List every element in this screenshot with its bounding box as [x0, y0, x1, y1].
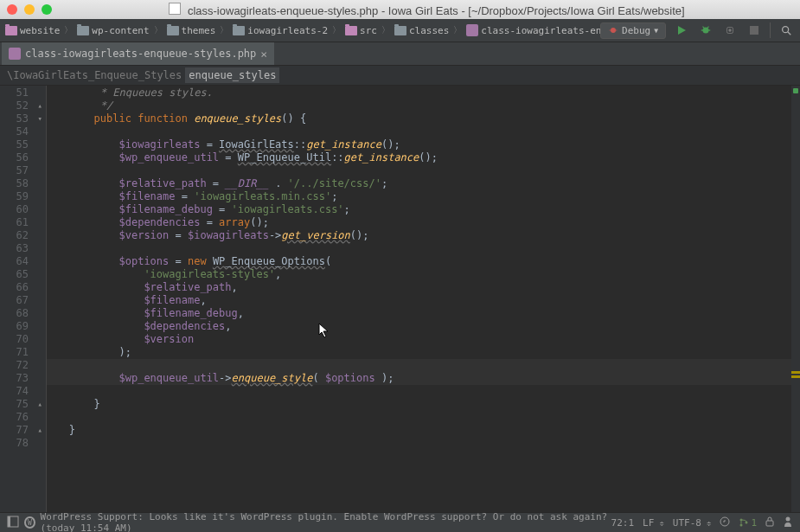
line-number[interactable]: 51	[0, 87, 46, 99]
fold-collapse-icon[interactable]: ▴	[38, 398, 42, 411]
line-number[interactable]: 67	[0, 294, 46, 307]
file-encoding[interactable]: UTF-8 ≑	[673, 517, 712, 529]
line-number[interactable]: 78	[0, 437, 46, 450]
run-config-selector[interactable]: Debug ▼	[600, 22, 666, 39]
line-number[interactable]: 72	[0, 359, 46, 372]
status-message[interactable]: WordPress Support: Looks like it's WordP…	[41, 511, 611, 532]
code-line[interactable]	[47, 125, 800, 138]
code-line[interactable]: * Enqueues styles.	[47, 87, 800, 99]
line-number[interactable]: 54	[0, 125, 46, 138]
code-line[interactable]: $filename_debug = 'iowagirleats.css';	[47, 203, 800, 216]
chevron-right-icon: 〉	[381, 24, 390, 36]
class-breadcrumb[interactable]: \IowaGirlEats_Enqueue_Styles	[3, 67, 185, 83]
breadcrumb-item[interactable]: website	[5, 25, 60, 36]
code-line[interactable]: $wp_enqueue_util->enqueue_style( $option…	[47, 372, 800, 385]
code-line[interactable]: $filename,	[47, 294, 800, 307]
code-line[interactable]	[47, 385, 800, 398]
code-line[interactable]	[47, 437, 800, 450]
listen-debug-button[interactable]	[721, 22, 739, 39]
debug-button[interactable]	[697, 22, 714, 39]
line-number[interactable]: 60	[0, 203, 46, 216]
warning-marker[interactable]	[791, 375, 800, 378]
code-line[interactable]: public function enqueue_styles() {	[47, 112, 800, 125]
breadcrumb-item[interactable]: src	[345, 25, 377, 36]
code-area[interactable]: * Enqueues styles. */ public function en…	[47, 86, 800, 512]
method-breadcrumb[interactable]: enqueue_styles	[185, 67, 279, 83]
code-line[interactable]: */	[47, 99, 800, 112]
code-editor[interactable]: 5152▴53▾54555657585960616263646566676869…	[0, 86, 800, 512]
close-tab-button[interactable]: ×	[260, 48, 267, 61]
folder-icon	[77, 26, 89, 35]
line-number[interactable]: 73	[0, 372, 46, 385]
code-line[interactable]	[47, 164, 800, 177]
close-window-button[interactable]	[7, 4, 17, 15]
breadcrumb-item[interactable]: iowagirleats-2	[233, 25, 328, 36]
line-number[interactable]: 66	[0, 281, 46, 294]
code-line[interactable]: $wp_enqueue_util = WP_Enqueue_Util::get_…	[47, 151, 800, 164]
line-number[interactable]: 56	[0, 151, 46, 164]
code-line[interactable]: $relative_path = __DIR__ . '/../site/css…	[47, 177, 800, 190]
line-number[interactable]: 61	[0, 216, 46, 229]
code-line[interactable]	[47, 242, 800, 255]
code-line[interactable]: $filename_debug,	[47, 307, 800, 320]
line-number[interactable]: 58	[0, 177, 46, 190]
line-number[interactable]: 71	[0, 346, 46, 359]
code-line[interactable]: $version = $iowagirleats->get_version();	[47, 229, 800, 242]
line-number[interactable]: 55	[0, 138, 46, 151]
memory-person-icon[interactable]	[783, 516, 793, 530]
line-number[interactable]: 53▾	[0, 112, 46, 125]
line-number[interactable]: 75▴	[0, 398, 46, 411]
line-number[interactable]: 63	[0, 242, 46, 255]
code-line[interactable]: }	[47, 424, 800, 437]
zoom-window-button[interactable]	[42, 4, 52, 15]
context-icon[interactable]	[720, 516, 730, 529]
breadcrumb-label: classes	[409, 25, 449, 36]
line-number[interactable]: 74	[0, 385, 46, 398]
line-number[interactable]: 77▴	[0, 424, 46, 437]
code-line[interactable]: $filename = 'iowagirleats.min.css';	[47, 190, 800, 203]
breadcrumb-item[interactable]: class-iowagirleats-enqueue-styles.php	[466, 24, 600, 36]
code-line[interactable]: );	[47, 346, 800, 359]
breadcrumb-item[interactable]: classes	[394, 25, 449, 36]
code-line[interactable]: }	[47, 398, 800, 411]
caret-position[interactable]: 72:1	[611, 517, 635, 529]
line-separator[interactable]: LF ≑	[643, 517, 664, 529]
svg-point-11	[783, 27, 789, 33]
code-line[interactable]: 'iowagirleats-styles',	[47, 268, 800, 281]
fold-collapse-icon[interactable]: ▴	[38, 424, 42, 437]
error-stripe[interactable]	[791, 86, 800, 512]
line-number[interactable]: 68	[0, 307, 46, 320]
line-number[interactable]: 69	[0, 320, 46, 333]
line-number[interactable]: 70	[0, 333, 46, 346]
breadcrumb-item[interactable]: wp-content	[77, 25, 149, 36]
line-number[interactable]: 52▴	[0, 99, 46, 112]
warning-marker[interactable]	[791, 371, 800, 374]
code-line[interactable]	[47, 411, 800, 424]
line-number[interactable]: 64	[0, 255, 46, 268]
code-line[interactable]: $relative_path,	[47, 281, 800, 294]
code-line[interactable]: $version	[47, 333, 800, 346]
line-number-gutter[interactable]: 5152▴53▾54555657585960616263646566676869…	[0, 86, 47, 512]
code-line[interactable]: $dependencies,	[47, 320, 800, 333]
line-number[interactable]: 76	[0, 411, 46, 424]
inspection-status-icon[interactable]	[793, 88, 798, 93]
line-number[interactable]: 57	[0, 164, 46, 177]
fold-collapse-icon[interactable]: ▴	[38, 99, 42, 112]
run-button[interactable]	[673, 22, 690, 39]
line-number[interactable]: 59	[0, 190, 46, 203]
code-line[interactable]	[47, 359, 800, 372]
chevron-down-icon: ▼	[654, 27, 658, 35]
editor-tab[interactable]: class-iowagirleats-enqueue-styles.php ×	[2, 42, 275, 65]
search-button[interactable]	[778, 22, 795, 39]
line-number[interactable]: 62	[0, 229, 46, 242]
fold-expand-icon[interactable]: ▾	[38, 112, 42, 125]
read-only-toggle[interactable]	[765, 516, 774, 529]
line-number[interactable]: 65	[0, 268, 46, 281]
tool-window-button[interactable]	[7, 516, 19, 530]
git-status[interactable]: 1	[739, 517, 757, 529]
code-line[interactable]: $iowagirleats = IowaGirlEats::get_instan…	[47, 138, 800, 151]
breadcrumb-item[interactable]: themes	[167, 25, 216, 36]
minimize-window-button[interactable]	[24, 4, 35, 15]
code-line[interactable]: $options = new WP_Enqueue_Options(	[47, 255, 800, 268]
code-line[interactable]: $dependencies = array();	[47, 216, 800, 229]
